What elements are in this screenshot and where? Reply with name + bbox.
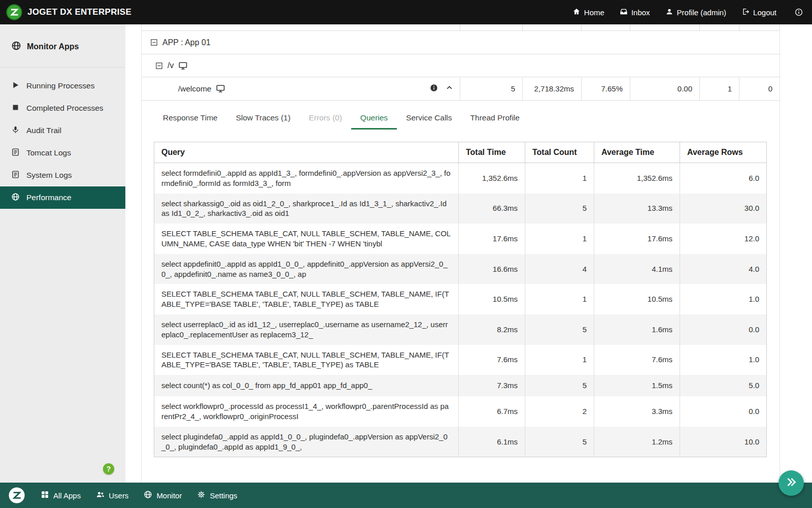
profile-link[interactable]: Profile (admin) [665, 8, 727, 17]
total-time-cell: 16.6ms [458, 254, 525, 284]
sidebar-menu: Running Processes Completed Processes Au… [0, 68, 125, 209]
total-count-cell: 4 [525, 254, 594, 284]
endpoint-percent: 7.65% [581, 77, 630, 100]
total-count-cell: 2 [525, 396, 594, 427]
total-time-cell: 7.6ms [458, 345, 525, 375]
table-row: select formdefini0_.appId as appId1_3_, … [154, 163, 766, 194]
table-row: select count(*) as col_0_0_ from app_fd_… [154, 375, 766, 396]
average-rows-cell: 1.0 [680, 284, 766, 314]
bottombar-item-settings[interactable]: Settings [197, 490, 237, 500]
help-icon[interactable]: ? [103, 463, 114, 474]
table-row: SELECT TABLE_SCHEMA TABLE_CAT, NULL TABL… [154, 345, 766, 375]
sidebar-item-audit-trail[interactable]: Audit Trail [0, 119, 125, 142]
inbox-link[interactable]: Inbox [620, 8, 650, 17]
total-count-cell: 5 [525, 427, 594, 457]
query-cell: select plugindefa0_.appId as appId1_0_0_… [154, 427, 458, 457]
table-row: select plugindefa0_.appId as appId1_0_0_… [154, 427, 766, 457]
query-table-header: Query Total Time Total Count Average Tim… [154, 142, 766, 163]
col-header-query: Query [154, 142, 458, 163]
query-cell: select appdefinit0_.appId as appId1_0_0_… [154, 254, 458, 284]
path-group-row[interactable]: /v [142, 54, 780, 77]
performance-panel: APP : App 01 /v /welcome [141, 24, 780, 483]
total-count-cell: 1 [525, 224, 594, 254]
globe-icon [11, 193, 20, 203]
average-time-cell: 7.6ms [594, 345, 680, 375]
total-time-cell: 10.5ms [458, 284, 525, 314]
average-rows-cell: 0.0 [680, 314, 766, 345]
total-time-cell: 17.6ms [458, 224, 525, 254]
sidebar-item-label: Audit Trail [26, 126, 61, 135]
total-count-cell: 1 [525, 345, 594, 375]
total-time-cell: 6.7ms [458, 396, 525, 427]
bottombar-item-all-apps[interactable]: All Apps [41, 490, 81, 500]
average-rows-cell: 12.0 [680, 224, 766, 254]
sidebar-item-running-processes[interactable]: Running Processes [0, 75, 125, 97]
globe-icon [144, 490, 152, 500]
app-group-row[interactable]: APP : App 01 [142, 31, 780, 54]
sidebar-item-tomcat-logs[interactable]: Tomcat Logs [0, 142, 125, 164]
sidebar: Monitor Apps Running Processes Completed… [0, 24, 125, 483]
tab-response-time[interactable]: Response Time [154, 109, 227, 130]
total-time-cell: 1,352.6ms [458, 163, 525, 194]
average-time-cell: 1.5ms [594, 375, 680, 396]
app-group-label: APP : App 01 [162, 38, 211, 47]
sidebar-header: Monitor Apps [0, 24, 125, 68]
inbox-icon [620, 8, 628, 17]
sidebar-item-completed-processes[interactable]: Completed Processes [0, 97, 125, 119]
endpoint-col5: 1 [699, 77, 739, 100]
table-row: SELECT TABLE_SCHEMA TABLE_CAT, NULL TABL… [154, 224, 766, 254]
topbar-nav: Home Inbox Profile (admin) Logout [572, 8, 803, 17]
total-time-cell: 6.1ms [458, 427, 525, 457]
bottombar-item-monitor[interactable]: Monitor [144, 490, 182, 500]
bottombar-item-label: All Apps [53, 491, 81, 500]
average-rows-cell: 5.0 [680, 375, 766, 396]
table-row: select sharkassig0_.oid as oid1_2_0_, sh… [154, 194, 766, 224]
table-row: select userreplac0_.id as id1_12_, userr… [154, 314, 766, 345]
tab-service-calls[interactable]: Service Calls [397, 109, 461, 130]
average-rows-cell: 30.0 [680, 194, 766, 224]
average-rows-cell: 0.0 [680, 396, 766, 427]
info-icon[interactable] [430, 84, 438, 94]
users-icon [96, 490, 105, 500]
logout-link[interactable]: Logout [741, 8, 776, 17]
collapse-icon[interactable] [150, 39, 158, 46]
home-link[interactable]: Home [572, 8, 604, 17]
query-cell: select sharkassig0_.oid as oid1_2_0_, sh… [154, 194, 458, 224]
total-time-cell: 8.2ms [458, 314, 525, 345]
average-time-cell: 1,352.6ms [594, 163, 680, 194]
sidebar-item-label: Running Processes [26, 81, 94, 90]
tab-errors[interactable]: Errors (0) [299, 109, 351, 130]
expand-panel-button[interactable] [779, 470, 804, 496]
main-content: APP : App 01 /v /welcome [125, 24, 812, 483]
bottombar-item-users[interactable]: Users [96, 490, 128, 500]
query-cell: select count(*) as col_0_0_ from app_fd_… [154, 375, 458, 396]
sidebar-item-system-logs[interactable]: System Logs [0, 164, 125, 186]
bottombar: All Apps Users Monitor Settings [0, 483, 812, 508]
sidebar-item-label: Tomcat Logs [26, 148, 71, 157]
apps-grid-icon [41, 490, 49, 500]
info-icon[interactable] [795, 8, 803, 16]
logout-icon [741, 8, 750, 17]
total-count-cell: 5 [525, 314, 594, 345]
total-count-cell: 1 [525, 284, 594, 314]
average-time-cell: 4.1ms [594, 254, 680, 284]
endpoint-path: /welcome [178, 84, 211, 93]
tab-queries[interactable]: Queries [351, 109, 397, 130]
joget-footer-logo-icon[interactable] [8, 487, 25, 504]
average-rows-cell: 1.0 [680, 345, 766, 375]
collapse-icon[interactable] [155, 62, 163, 70]
query-cell: select userreplac0_.id as id1_12_, userr… [154, 314, 458, 345]
tab-thread-profile[interactable]: Thread Profile [461, 109, 529, 130]
sidebar-item-performance[interactable]: Performance [0, 186, 125, 209]
sidebar-item-label: Completed Processes [26, 104, 104, 113]
sidebar-item-label: System Logs [26, 171, 72, 180]
col-header-total-time: Total Time [458, 142, 525, 163]
endpoint-row[interactable]: /welcome 5 2,718.32 [142, 77, 780, 101]
endpoint-count: 5 [460, 77, 522, 100]
endpoint-detail: Response Time Slow Traces (1) Errors (0)… [142, 101, 780, 457]
col-header-average-rows: Average Rows [680, 142, 766, 163]
bottombar-item-label: Settings [210, 491, 237, 500]
log-file-icon [11, 148, 20, 158]
chevron-up-icon[interactable] [446, 84, 453, 93]
tab-slow-traces[interactable]: Slow Traces (1) [227, 109, 300, 130]
